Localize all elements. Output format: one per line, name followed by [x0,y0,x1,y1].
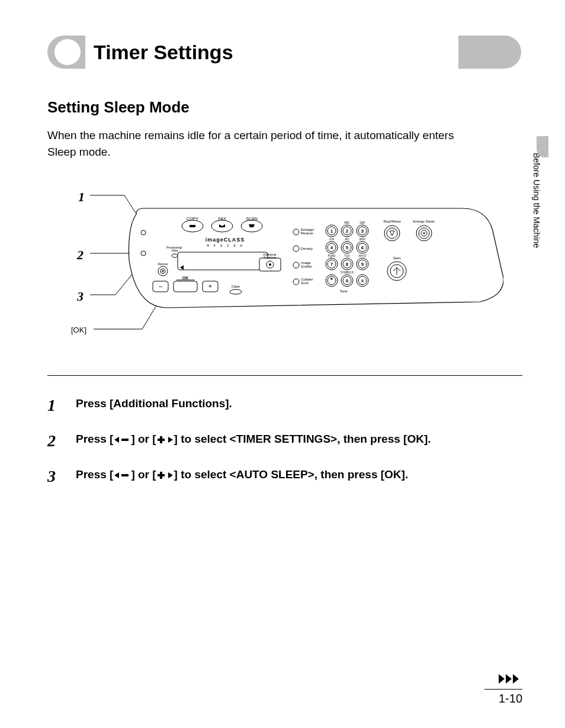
step-number: 1 [47,396,76,414]
svg-point-18 [172,254,178,257]
svg-text:Tone: Tone [339,289,348,293]
svg-text:ImageQuality: ImageQuality [301,261,312,268]
svg-text:Start: Start [393,256,401,260]
step-3: 3 Press [] or [] to select <AUTO SLEEP>,… [47,467,522,485]
svg-point-100 [423,233,425,234]
svg-point-8 [141,251,146,256]
svg-text:Clear: Clear [232,285,240,288]
svg-text:5: 5 [346,245,349,250]
plus-right-icon [156,436,174,444]
svg-marker-116 [506,674,512,684]
step-number: 2 [47,431,76,449]
intro-paragraph: When the machine remains idle for a cert… [47,127,486,160]
svg-text:7: 7 [330,262,333,267]
svg-text:–: – [159,283,162,289]
page-footer: 1-10 [484,674,522,706]
svg-text:M F 3 2 4 0: M F 3 2 4 0 [207,244,243,248]
svg-rect-108 [160,436,162,443]
step-1: 1 Press [Additional Functions]. [47,396,522,414]
page-number: 1-10 [484,692,522,706]
svg-text:Density: Density [301,247,313,250]
svg-text:1: 1 [330,228,333,234]
svg-marker-115 [499,674,505,684]
svg-rect-111 [121,474,129,476]
step-text: Press [] or [] to select <AUTO SLEEP>, t… [76,467,408,483]
svg-rect-113 [160,472,162,479]
svg-point-36 [269,263,271,266]
svg-point-95 [387,228,397,239]
control-panel-illustration: 1 2 3 [OK] COPY [47,178,503,361]
svg-text:MNO: MNO [359,238,366,241]
svg-text:GHI: GHI [329,238,334,241]
svg-text:PQRS: PQRS [328,255,336,257]
plus-right-icon [156,471,174,479]
svg-rect-23 [178,252,268,270]
svg-text:Energy Saver: Energy Saver [413,220,435,223]
side-tab: Before Using the Machine [532,148,548,278]
step-2: 2 Press [] or [] to select <TIMER SETTIN… [47,431,522,449]
continue-icon [484,674,522,687]
svg-marker-104 [114,437,119,443]
svg-rect-105 [121,439,129,441]
svg-text:imageCLASS: imageCLASS [206,237,245,243]
page-title: Timer Settings [94,36,233,69]
svg-text:0: 0 [346,278,349,284]
svg-text:+: + [208,283,212,289]
svg-marker-117 [513,674,519,684]
left-minus-icon [113,471,131,479]
svg-point-45 [293,279,299,285]
svg-text:Enlarge/Reduce: Enlarge/Reduce [301,228,314,235]
svg-text:ABC: ABC [344,221,350,224]
svg-marker-110 [114,472,119,478]
svg-point-41 [293,246,299,252]
svg-point-39 [293,229,299,235]
svg-marker-109 [168,437,173,443]
svg-text:9: 9 [361,262,364,267]
svg-text:Additional
        Functions: Additional Functions [263,253,277,259]
svg-rect-25 [174,281,197,292]
section-heading: Setting Sleep Mode [47,98,522,117]
svg-text:WXYZ: WXYZ [359,255,367,257]
svg-text:3: 3 [361,228,364,234]
svg-point-43 [293,262,299,268]
svg-text:JKL: JKL [345,238,349,241]
svg-text:OK: OK [182,276,189,280]
svg-point-38 [230,289,242,294]
svg-text:TUV: TUV [345,255,350,257]
svg-text:2: 2 [346,228,349,234]
svg-text:6: 6 [361,245,364,250]
svg-text:Monitor: Monitor [158,262,168,266]
svg-point-22 [162,270,164,272]
svg-text:8: 8 [346,262,349,267]
svg-text:Stop/Reset: Stop/Reset [383,220,401,223]
side-tab-bg [537,136,548,157]
step-number: 3 [47,467,76,485]
svg-text:DEF: DEF [360,221,365,224]
svg-text:*: * [330,277,333,284]
left-minus-icon [113,436,131,444]
svg-text:4: 4 [330,245,333,250]
side-tab-text: Before Using the Machine [532,148,541,248]
separator [47,375,522,376]
panel-svg: COPY FAX SCAN imageCLASS M F 3 2 4 0 Pro… [47,178,503,361]
svg-marker-114 [168,472,173,478]
step-text: Press [Additional Functions]. [76,396,232,412]
step-text: Press [] or [] to select <TIMER SETTINGS… [76,431,431,447]
svg-text:#: # [361,278,364,284]
svg-text:SYMBOLS: SYMBOLS [341,271,354,274]
title-bullet [54,39,81,65]
title-bar: Timer Settings [47,36,522,69]
svg-point-7 [141,230,146,235]
